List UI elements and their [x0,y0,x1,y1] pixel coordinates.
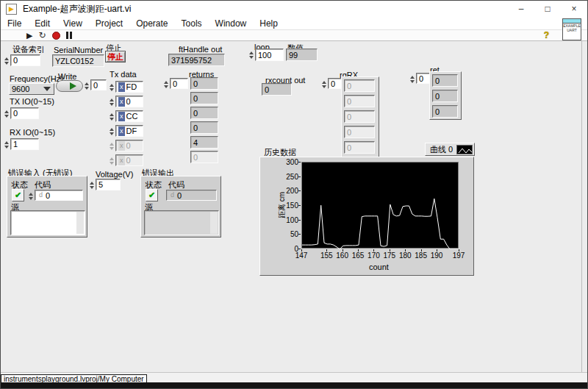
device-index-input[interactable]: 0 [10,54,40,66]
rgrx-index-input[interactable]: 0 [328,78,342,89]
voltage-spinner[interactable] [88,179,96,190]
frequency-dropdown-icon[interactable] [43,87,51,91]
device-index-spinner[interactable] [3,55,10,66]
minimize-button[interactable]: – [508,1,534,17]
menu-window[interactable]: Window [209,18,254,29]
tx-radix: x [118,112,125,121]
loop-spinner[interactable] [248,49,255,60]
run-icon[interactable]: ▶ [26,32,32,40]
rx-io-spinner[interactable] [3,139,10,150]
error-out-code-value: d 0 [166,190,217,201]
tx-io-spinner[interactable] [3,108,10,119]
tx-element-0[interactable]: xFD [115,81,143,93]
spin-up-icon[interactable] [110,128,114,131]
spin-up-icon[interactable] [110,84,114,87]
chart-series-line [302,163,459,249]
spin-down-icon[interactable] [110,88,114,91]
tx-element-3[interactable]: xDF [115,125,143,137]
tx-data-index-input[interactable]: 0 [90,79,107,90]
error-out-cluster: 状态 代码 ✔ d 0 源 [140,176,221,238]
returns-element-0: 0 [190,77,218,90]
menu-operate[interactable]: Operate [129,18,174,29]
spin-down-icon[interactable] [110,103,114,106]
spin-up-icon[interactable] [110,113,114,116]
window-title: Example-超声波测距-uart.vi [23,3,131,15]
menu-project[interactable]: Project [89,18,129,29]
frequency-ring[interactable]: 9600 [9,83,54,95]
vi-icon-text2: UART [563,28,581,32]
voltage-input[interactable]: 5 [96,179,121,190]
error-in-status-check-icon[interactable]: ✔ [12,189,24,201]
ret-element-0: 0 [432,74,458,87]
y-tickmark [298,234,301,235]
returns-index-input[interactable]: 0 [170,78,188,89]
tx-element-spinner[interactable] [108,111,115,122]
vi-icon[interactable]: EXAMPLE UART [562,18,581,40]
y-tick-50: 50 [281,230,298,238]
x-tick-197: 197 [449,251,468,260]
spin-down-icon [110,147,114,150]
rx-io-input[interactable]: 1 [10,138,39,150]
chart-x-axis-label: count [369,263,389,271]
numeric-value: 99 [286,49,318,61]
menu-file[interactable]: File [1,18,28,29]
tx-element-spinner [108,140,115,151]
y-tick-300: 300 [281,158,298,166]
stop-button[interactable]: 停止 [105,51,126,63]
error-in-source-input[interactable] [10,210,85,235]
rgrx-array: 00000 [341,76,379,160]
error-out-code-text: 0 [177,191,182,200]
context-help-icon[interactable]: ? [544,30,549,40]
write-arrow-icon [70,82,76,90]
abort-icon[interactable] [52,32,60,40]
tx-radix: x [118,141,125,151]
error-in-code-input[interactable]: d 0 [35,190,83,201]
chart-legend[interactable]: 曲线 0 [425,143,475,156]
y-tick-200: 200 [281,187,298,195]
error-out-code-label: 代码 [168,179,184,190]
tx-data-index-spinner[interactable] [83,80,90,91]
tx-element-2[interactable]: xCC [115,110,143,122]
ret-index-spinner[interactable] [409,74,416,85]
loop-input[interactable]: 100 [255,49,284,61]
maximize-button[interactable]: □ [534,1,561,17]
spin-up-icon[interactable] [110,99,114,101]
error-in-code-spinner[interactable] [27,190,35,201]
labview-window: ▶ Example-超声波测距-uart.vi – □ × FileEditVi… [0,0,588,389]
tx-radix: x [118,126,125,136]
tx-value: FD [126,82,137,91]
x-tick-147: 147 [292,251,311,260]
rgrx-index-spinner[interactable] [320,79,328,90]
close-button[interactable]: × [561,1,587,17]
spin-down-icon[interactable] [110,132,114,135]
tx-element-5: x0 [115,154,143,166]
legend-plot-name: 曲线 0 [430,144,453,155]
tx-element-spinner[interactable] [108,82,115,93]
tx-io-input[interactable]: 0 [10,107,39,119]
rgrx-element-1: 0 [344,95,375,107]
spin-down-icon[interactable] [110,118,114,121]
ret-index-input[interactable]: 0 [416,73,430,84]
menu-edit[interactable]: Edit [28,18,57,29]
menu-view[interactable]: View [57,18,89,29]
tx-element-spinner[interactable] [108,96,115,107]
returns-element-4: 4 [190,136,218,149]
spin-up-icon [110,143,114,146]
tx-element-1[interactable]: x0 [115,96,143,107]
tx-data-label: Tx data [110,70,137,79]
returns-index-spinner[interactable] [162,79,170,90]
spin-down-icon [110,162,114,165]
x-tickmark [437,249,437,251]
error-in-code-value: 0 [46,191,50,200]
write-button[interactable] [56,80,83,92]
tx-value: 0 [126,141,131,150]
ret-element-2: 0 [432,105,458,118]
y-tickmark [298,249,301,249]
x-tickmark [405,249,406,251]
run-continuously-icon[interactable]: ↻ [38,31,46,40]
tx-element-spinner[interactable] [108,126,115,137]
pause-icon[interactable] [66,32,72,39]
menu-help[interactable]: Help [253,18,284,29]
menu-tools[interactable]: Tools [175,18,209,29]
y-tickmark [298,205,301,206]
